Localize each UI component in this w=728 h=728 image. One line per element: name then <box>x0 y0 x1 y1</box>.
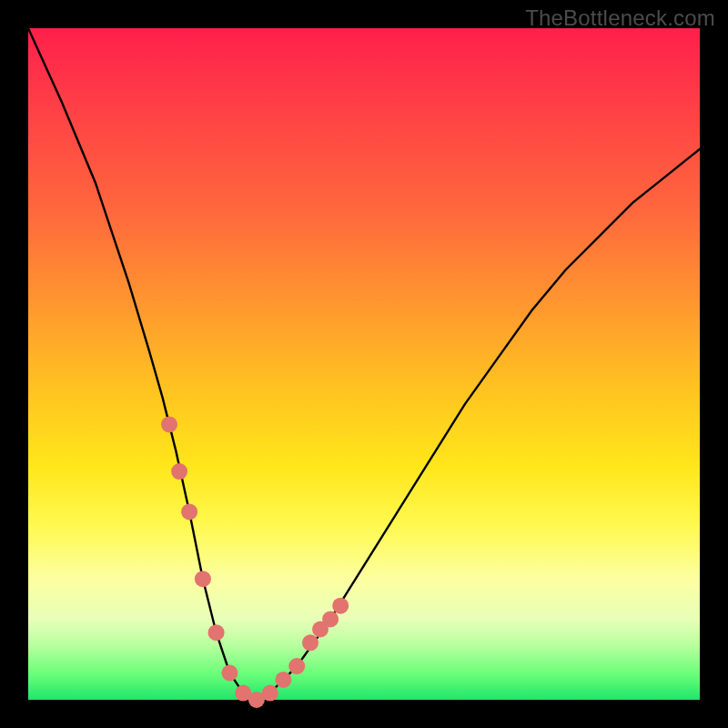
marker-dot <box>262 685 278 702</box>
marker-dot <box>332 598 349 614</box>
marker-dot <box>208 624 225 641</box>
chart-svg <box>28 28 700 700</box>
marker-dot <box>171 463 187 480</box>
marker-dot <box>322 611 339 627</box>
marker-dot <box>302 634 318 651</box>
marker-dot <box>195 571 211 587</box>
marker-dot <box>275 672 291 688</box>
marker-dot <box>288 658 305 674</box>
marker-dot <box>221 665 238 682</box>
marker-dot <box>161 416 177 432</box>
bottleneck-curve <box>28 28 700 700</box>
watermark-text: TheBottleneck.com <box>525 5 715 31</box>
chart-area <box>28 28 700 700</box>
marker-dots-group <box>161 416 349 708</box>
outer-frame: TheBottleneck.com <box>0 0 728 728</box>
marker-dot <box>181 503 197 520</box>
